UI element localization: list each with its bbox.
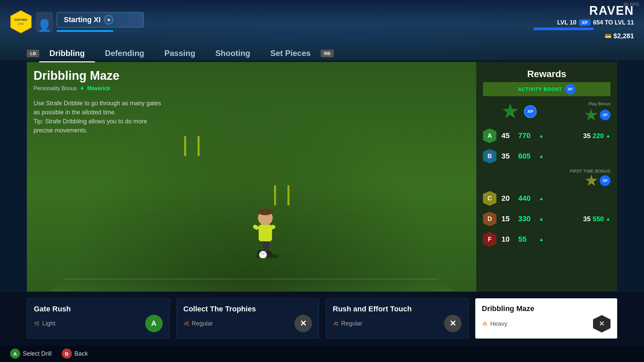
starting-xi-label: Starting XI [64, 15, 101, 24]
xp-badge: XP [579, 19, 590, 26]
drill-card-dribbling-maze[interactable]: Dribbling Maze 🔥 Heavy ✕ [475, 298, 618, 339]
grade-row-b: B 35 605 ▲ [483, 146, 610, 167]
play-bonus-a-arrow: ▲ [606, 133, 610, 138]
rush-effort-button[interactable]: ✕ [444, 315, 462, 332]
level-bar: LVL 10 XP 654 TO LVL 11 [533, 19, 634, 26]
personality-bonus: Personality Bonus ✦ Maverick [34, 85, 168, 92]
play-bonus-star-icon [584, 108, 598, 122]
first-time-score: 35 [583, 215, 591, 223]
personality-label: Personality Bonus [34, 85, 77, 92]
main-content: Dribbling Maze Personality Bonus ✦ Maver… [27, 62, 617, 308]
play-bonus-header: Play Bonus XP [560, 101, 610, 122]
trophies-difficulty-label: Regular [192, 320, 213, 327]
rush-effort-bottom: 🍂 Regular ✕ [333, 315, 462, 332]
dribbling-maze-difficulty: 🔥 Heavy [482, 320, 507, 327]
drill-description: Use Strafe Dribble to go through as many… [34, 99, 168, 135]
play-bonus-a-xp: 220 [593, 132, 604, 140]
top-header: OXFORD UTD Starting XI ★ RAVEN LVL 10 XP… [0, 0, 644, 44]
drill-card-trophies[interactable]: Collect The Trophies 🍂 Regular ✕ [176, 298, 319, 339]
rush-effort-difficulty-icon: 🍂 [333, 321, 338, 326]
activity-boost-text: ACTIVITY BOOST [518, 86, 562, 92]
money-value: $2,281 [613, 32, 634, 40]
club-info: OXFORD UTD Starting XI ★ [10, 10, 144, 34]
play-bonus-label: Play Bonus [560, 101, 610, 106]
play-bonus-a-score: 35 [583, 132, 591, 140]
tab-shooting[interactable]: Shooting [205, 45, 260, 61]
svg-text:UTD: UTD [18, 22, 24, 25]
player-name: RAVEN [533, 4, 634, 18]
nav-tabs: LB Dribbling Defending Passing Shooting … [27, 45, 334, 61]
gate-post-2 [198, 136, 200, 156]
header-right: RAVEN LVL 10 XP 654 TO LVL 11 💳 $2,281 [533, 4, 634, 40]
gate-post-4 [287, 185, 289, 205]
play-bonus-xp-icon: XP [600, 110, 610, 120]
grade-d-arrow: ▲ [539, 216, 544, 222]
rush-effort-difficulty: 🍂 Regular [333, 320, 362, 327]
tab-set-pieces[interactable]: Set Pieces [260, 45, 321, 61]
grade-f-xp: 55 [518, 235, 538, 244]
grade-row-c: C 20 440 ▲ [483, 188, 610, 209]
bottom-action-bar: A Select Drill B Back [0, 345, 644, 362]
level-text: LVL 10 [557, 19, 576, 26]
trophies-button[interactable]: ✕ [294, 315, 312, 332]
gate-rush-button[interactable]: A [145, 315, 163, 332]
dribbling-maze-difficulty-label: Heavy [490, 320, 507, 327]
money-display: 💳 $2,281 [533, 32, 634, 40]
tab-dribbling[interactable]: Dribbling [39, 45, 95, 61]
grade-badge-c: C [483, 191, 496, 206]
grade-row-f: F 10 55 ▲ [483, 229, 610, 250]
grade-d-xp: 330 [518, 215, 538, 223]
difficulty-icon: 🌿 [34, 321, 40, 326]
back-label: Back [74, 350, 88, 357]
grade-d-score: 15 [501, 215, 518, 223]
grade-b-xp: 605 [518, 152, 538, 161]
trophies-difficulty-icon: 🍂 [183, 321, 189, 326]
grade-f-arrow: ▲ [539, 237, 544, 242]
star-icon-header [502, 103, 519, 120]
gate-rush-difficulty: 🌿 Light [34, 320, 55, 327]
tab-passing[interactable]: Passing [154, 45, 205, 61]
rewards-panel: Rewards ACTIVITY BOOST XP XP Play Bonus … [476, 62, 617, 308]
first-time-bonus-icons: XP [483, 174, 610, 187]
club-xp-fill [57, 30, 113, 32]
dribbling-maze-difficulty-icon: 🔥 [482, 321, 488, 326]
drill-card-gate-rush[interactable]: Gate Rush 🌿 Light A [27, 298, 170, 339]
grade-badge-f: F [483, 232, 496, 247]
grade-a-arrow: ▲ [539, 133, 544, 138]
drill-info: Dribbling Maze Personality Bonus ✦ Maver… [34, 69, 168, 135]
drill-cards-section: Gate Rush 🌿 Light A Collect The Trophies… [0, 292, 644, 345]
trophies-title: Collect The Trophies [183, 305, 312, 313]
gate-rush-difficulty-label: Light [42, 320, 55, 327]
lb-badge[interactable]: LB [27, 50, 39, 57]
play-bonus-a: 35 220 ▲ [564, 132, 610, 140]
trophies-difficulty: 🍂 Regular [183, 320, 213, 327]
player-figure [244, 204, 284, 258]
rb-badge[interactable]: RB [321, 50, 334, 57]
dribbling-maze-button[interactable]: ✕ [593, 315, 610, 333]
rewards-title: Rewards [483, 69, 610, 79]
club-badge: OXFORD UTD [10, 10, 32, 34]
action-select-drill[interactable]: A Select Drill [10, 349, 52, 359]
rewards-header-icons: XP Play Bonus XP [483, 101, 610, 122]
grade-f-score: 10 [501, 235, 518, 244]
tab-defending[interactable]: Defending [95, 45, 154, 61]
gate-post-3 [274, 185, 276, 205]
grade-badge-d: D [483, 212, 496, 226]
select-drill-label: Select Drill [23, 350, 52, 357]
personality-star-icon: ✦ [79, 85, 85, 92]
first-time-xp-value: 550 [593, 215, 604, 223]
first-time-bonus-label: FIRST TIME BONUS [483, 167, 610, 174]
b-button-icon: B [62, 349, 72, 359]
grade-b-score: 35 [501, 152, 518, 161]
activity-xp-icon: XP [565, 84, 576, 95]
activity-boost-bar: ACTIVITY BOOST XP [483, 82, 610, 96]
manager-avatar [36, 12, 53, 32]
grade-a-xp: 770 [518, 131, 538, 140]
grade-c-arrow: ▲ [539, 196, 544, 201]
rush-effort-difficulty-label: Regular [341, 320, 362, 327]
xp-icon-header: XP [524, 105, 537, 118]
drill-card-rush-effort[interactable]: Rush and Effort Touch 🍂 Regular ✕ [326, 298, 469, 339]
grade-badge-a: A [483, 128, 496, 143]
action-back[interactable]: B Back [62, 349, 88, 359]
starting-xi-badge: Starting XI ★ [57, 12, 144, 27]
